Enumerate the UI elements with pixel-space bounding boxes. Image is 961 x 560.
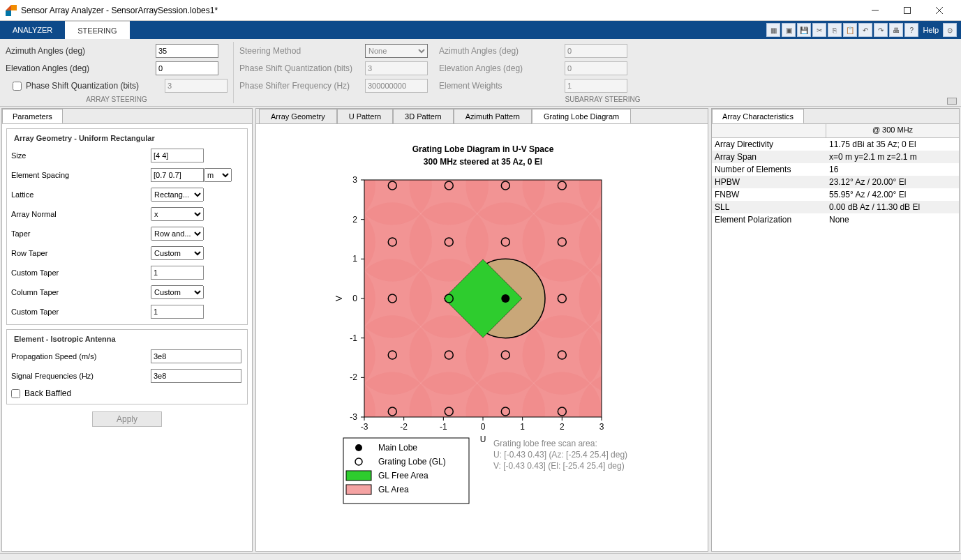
- tab-parameters[interactable]: Parameters: [2, 109, 63, 123]
- svg-point-48: [579, 202, 658, 281]
- svg-text:2: 2: [352, 215, 357, 225]
- toolbar-menu-icon[interactable]: ⊙: [943, 23, 957, 37]
- psq-checkbox[interactable]: [13, 82, 22, 91]
- svg-point-14: [297, 146, 375, 225]
- svg-point-51: [636, 428, 708, 507]
- tab-u-pattern[interactable]: U Pattern: [337, 109, 393, 123]
- spacing-unit-select[interactable]: m: [204, 168, 232, 182]
- close-button[interactable]: [923, 0, 955, 21]
- svg-text:GL Area: GL Area: [378, 485, 409, 494]
- svg-point-11: [297, 315, 375, 394]
- toolbar-copy-icon[interactable]: ⎘: [828, 23, 842, 37]
- svg-text:Main Lobe: Main Lobe: [378, 443, 417, 453]
- svg-rect-0: [6, 10, 11, 16]
- element-legend: Element - Isotropic Antenna: [11, 335, 119, 343]
- characteristic-row: Number of Elements16: [712, 163, 959, 176]
- custom1-label: Custom Taper: [11, 268, 151, 277]
- toolbar-paste-icon[interactable]: 📋: [843, 23, 857, 37]
- taper-label: Taper: [11, 229, 151, 238]
- svg-text:U: U: [480, 434, 486, 444]
- geometry-legend: Array Geometry - Uniform Rectangular: [11, 134, 158, 142]
- array-geometry-fieldset: Array Geometry - Uniform Rectangular Siz…: [6, 128, 248, 325]
- tab-grating-lobe[interactable]: Grating Lobe Diagram: [532, 109, 631, 123]
- svg-point-54: [636, 259, 708, 338]
- psq-label: Phase Shift Quantization (bits): [26, 81, 165, 91]
- toolbar-redo-icon[interactable]: ↷: [874, 23, 888, 37]
- svg-point-57: [636, 124, 708, 169]
- elevation-label: Elevation Angles (deg): [6, 63, 156, 73]
- element-fieldset: Element - Isotropic Antenna Propagation …: [6, 329, 248, 404]
- svg-point-13: [297, 202, 375, 281]
- characteristic-row: Array Spanx=0 m y=2.1 m z=2.1 m: [712, 151, 959, 163]
- custom2-input[interactable]: [151, 305, 204, 319]
- back-baffled-label: Back Baffled: [24, 388, 71, 398]
- tab-array-geometry[interactable]: Array Geometry: [259, 109, 337, 123]
- prop-label: Propagation Speed (m/s): [11, 352, 151, 361]
- ew-input: [565, 79, 627, 93]
- tab-azimuth-pattern[interactable]: Azimuth Pattern: [454, 109, 532, 123]
- method-label: Steering Method: [239, 46, 365, 56]
- tab-array-characteristics[interactable]: Array Characteristics: [712, 109, 804, 123]
- toolbar-cut-icon[interactable]: ✂: [812, 23, 826, 37]
- characteristic-row: Array Directivity11.75 dBi at 35 Az; 0 E…: [712, 138, 959, 151]
- svg-point-46: [579, 315, 658, 394]
- window-title: Sensor Array Analyzer - SensorArraySessi…: [21, 6, 859, 15]
- statusbar: [0, 553, 961, 560]
- svg-text:Grating Lobe Diagram in U-V Sp: Grating Lobe Diagram in U-V Space: [412, 144, 554, 154]
- svg-text:1: 1: [520, 422, 525, 432]
- toolbar-help-icon[interactable]: ?: [904, 23, 918, 37]
- sub-az-input: [565, 44, 627, 58]
- tab-analyzer[interactable]: ANALYZER: [0, 21, 65, 39]
- tab-steering[interactable]: STEERING: [65, 21, 129, 39]
- custom2-label: Custom Taper: [11, 308, 151, 316]
- sub-el-label: Elevation Angles (deg): [439, 63, 565, 73]
- toolbar-undo-icon[interactable]: ↶: [858, 23, 872, 37]
- coltaper-select[interactable]: Custom: [151, 285, 204, 299]
- prop-input[interactable]: [151, 349, 241, 363]
- normal-select[interactable]: x: [151, 207, 204, 221]
- lattice-label: Lattice: [11, 190, 151, 199]
- spacing-label: Element Spacing: [11, 171, 151, 179]
- svg-text:0: 0: [352, 294, 357, 303]
- azimuth-input[interactable]: [156, 44, 218, 58]
- titlebar: Sensor Array Analyzer - SensorArraySessi…: [0, 0, 961, 21]
- tab-3d-pattern[interactable]: 3D Pattern: [393, 109, 454, 123]
- svg-rect-116: [346, 471, 371, 480]
- svg-text:-1: -1: [440, 422, 447, 432]
- method-select[interactable]: None: [365, 44, 428, 58]
- back-baffled-checkbox[interactable]: [11, 389, 20, 398]
- elevation-input[interactable]: [156, 61, 218, 75]
- rowtaper-select[interactable]: Custom: [151, 246, 204, 260]
- psf-label: Phase Shifter Frequency (Hz): [239, 81, 365, 91]
- lattice-select[interactable]: Rectang...: [151, 188, 204, 202]
- psf-input: [365, 79, 428, 93]
- expand-toolstrip-icon[interactable]: [947, 98, 957, 105]
- subarray-steering-group: SUBARRAY STEERING: [251, 96, 954, 105]
- svg-text:Grating Lobe (GL): Grating Lobe (GL): [378, 457, 446, 467]
- freq-header: @ 300 MHz: [826, 124, 959, 137]
- svg-text:V: [-0.43 0.43] (El: [-25.4 25: V: [-0.43 0.43] (El: [-25.4 25.4] deg): [493, 461, 625, 471]
- chart-area: Grating Lobe Diagram in U-V Space300 MHz…: [256, 124, 708, 551]
- characteristic-row: FNBW55.95° Az / 42.00° El: [712, 188, 959, 201]
- minimize-button[interactable]: [859, 0, 891, 21]
- taper-select[interactable]: Row and...: [151, 227, 204, 241]
- toolbar-print-icon[interactable]: 🖶: [889, 23, 903, 37]
- toolbar-btn-1[interactable]: ▦: [766, 23, 780, 37]
- size-input[interactable]: [151, 149, 204, 162]
- custom1-input[interactable]: [151, 266, 204, 280]
- svg-text:0: 0: [481, 422, 486, 432]
- toolbar-btn-2[interactable]: ▣: [782, 23, 796, 37]
- visualization-panel: Array Geometry U Pattern 3D Pattern Azim…: [255, 108, 708, 552]
- toolbar-save-icon[interactable]: 💾: [797, 23, 811, 37]
- spacing-input[interactable]: [151, 168, 204, 182]
- freq-input[interactable]: [151, 369, 241, 383]
- azimuth-label: Azimuth Angles (deg): [6, 46, 156, 56]
- maximize-button[interactable]: [891, 0, 923, 21]
- ribbon: ANALYZER STEERING ▦ ▣ 💾 ✂ ⎘ 📋 ↶ ↷ 🖶 ? He…: [0, 21, 961, 39]
- array-steering-group: ARRAY STEERING: [6, 96, 228, 105]
- help-link[interactable]: Help: [923, 26, 939, 34]
- psq-input: [165, 79, 228, 93]
- svg-text:1: 1: [352, 254, 357, 264]
- toolstrip: Azimuth Angles (deg) Elevation Angles (d…: [0, 39, 961, 107]
- apply-button[interactable]: Apply: [92, 411, 162, 427]
